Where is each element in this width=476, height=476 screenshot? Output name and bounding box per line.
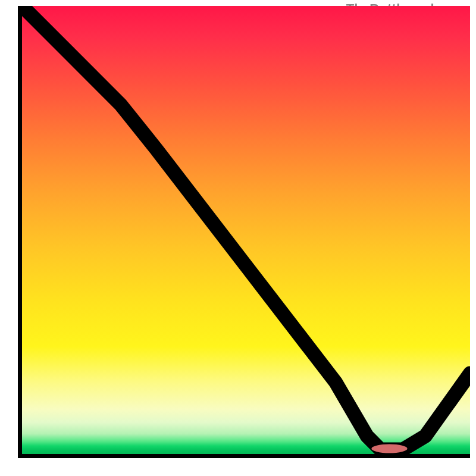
optimum-marker xyxy=(371,444,407,453)
bottleneck-curve xyxy=(22,6,470,454)
curve-path xyxy=(22,6,470,449)
chart-canvas: TheBottleneck.com xyxy=(0,0,476,476)
plot-axes xyxy=(18,6,470,458)
